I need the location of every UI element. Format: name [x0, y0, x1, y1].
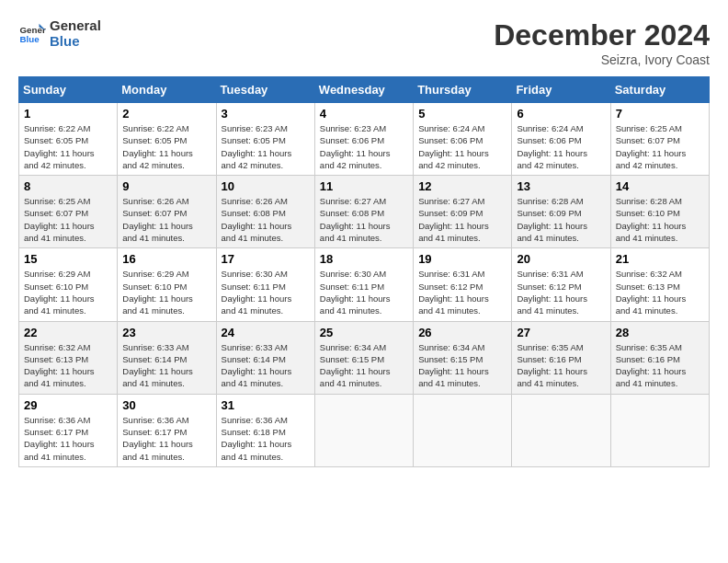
logo-line1: General	[50, 18, 101, 34]
day-info: Sunrise: 6:35 AM Sunset: 6:16 PM Dayligh…	[517, 341, 605, 390]
header-saturday: Saturday	[610, 77, 709, 103]
day-info: Sunrise: 6:24 AM Sunset: 6:06 PM Dayligh…	[418, 122, 506, 171]
day-info: Sunrise: 6:29 AM Sunset: 6:10 PM Dayligh…	[24, 268, 112, 316]
day-number: 19	[418, 252, 506, 266]
day-cell: 31Sunrise: 6:36 AM Sunset: 6:18 PM Dayli…	[216, 394, 314, 466]
day-number: 7	[616, 107, 704, 121]
logo-icon: General Blue	[18, 20, 46, 48]
day-cell: 25Sunrise: 6:34 AM Sunset: 6:15 PM Dayli…	[314, 321, 413, 394]
day-cell: 15Sunrise: 6:29 AM Sunset: 6:10 PM Dayli…	[19, 248, 118, 321]
day-cell: 10Sunrise: 6:26 AM Sunset: 6:08 PM Dayli…	[216, 176, 314, 248]
day-cell: 19Sunrise: 6:31 AM Sunset: 6:12 PM Dayli…	[414, 248, 512, 321]
day-info: Sunrise: 6:23 AM Sunset: 6:06 PM Dayligh…	[320, 122, 408, 171]
day-number: 25	[320, 326, 408, 339]
day-info: Sunrise: 6:30 AM Sunset: 6:11 PM Dayligh…	[320, 268, 408, 316]
day-number: 30	[122, 398, 210, 412]
day-info: Sunrise: 6:22 AM Sunset: 6:05 PM Dayligh…	[122, 122, 210, 171]
day-info: Sunrise: 6:36 AM Sunset: 6:17 PM Dayligh…	[24, 414, 112, 463]
day-cell: 18Sunrise: 6:30 AM Sunset: 6:11 PM Dayli…	[314, 248, 413, 321]
month-title: December 2024	[494, 18, 710, 52]
day-cell: 28Sunrise: 6:35 AM Sunset: 6:16 PM Dayli…	[610, 321, 709, 394]
day-cell: 14Sunrise: 6:28 AM Sunset: 6:10 PM Dayli…	[610, 176, 709, 248]
day-info: Sunrise: 6:30 AM Sunset: 6:11 PM Dayligh…	[222, 268, 310, 316]
day-cell: 6Sunrise: 6:24 AM Sunset: 6:06 PM Daylig…	[512, 103, 610, 176]
day-info: Sunrise: 6:29 AM Sunset: 6:10 PM Dayligh…	[122, 268, 210, 316]
title-section: December 2024 Seizra, Ivory Coast	[494, 18, 710, 67]
day-info: Sunrise: 6:34 AM Sunset: 6:15 PM Dayligh…	[418, 341, 506, 390]
logo: General Blue General Blue	[18, 18, 101, 49]
day-info: Sunrise: 6:25 AM Sunset: 6:07 PM Dayligh…	[616, 122, 704, 171]
week-row-3: 15Sunrise: 6:29 AM Sunset: 6:10 PM Dayli…	[19, 248, 710, 321]
day-cell	[414, 394, 512, 466]
day-cell: 20Sunrise: 6:31 AM Sunset: 6:12 PM Dayli…	[512, 248, 610, 321]
day-cell: 1Sunrise: 6:22 AM Sunset: 6:05 PM Daylig…	[19, 103, 118, 176]
day-cell: 8Sunrise: 6:25 AM Sunset: 6:07 PM Daylig…	[19, 176, 118, 248]
day-info: Sunrise: 6:25 AM Sunset: 6:07 PM Dayligh…	[24, 195, 112, 244]
header-monday: Monday	[118, 77, 216, 103]
day-number: 12	[418, 179, 506, 193]
day-cell: 24Sunrise: 6:33 AM Sunset: 6:14 PM Dayli…	[216, 321, 314, 394]
day-number: 1	[24, 107, 112, 121]
day-info: Sunrise: 6:26 AM Sunset: 6:08 PM Dayligh…	[222, 195, 310, 244]
day-number: 23	[122, 326, 210, 339]
day-cell	[610, 394, 709, 466]
day-number: 14	[616, 179, 704, 193]
day-number: 11	[320, 179, 408, 193]
day-number: 6	[517, 107, 605, 121]
day-number: 13	[517, 179, 605, 193]
day-number: 10	[222, 179, 310, 193]
day-number: 16	[122, 252, 210, 266]
calendar-table: SundayMondayTuesdayWednesdayThursdayFrid…	[18, 76, 710, 467]
day-number: 18	[320, 252, 408, 266]
day-number: 26	[418, 326, 506, 339]
day-number: 24	[222, 326, 310, 339]
day-cell: 4Sunrise: 6:23 AM Sunset: 6:06 PM Daylig…	[314, 103, 413, 176]
header-wednesday: Wednesday	[314, 77, 413, 103]
header-friday: Friday	[512, 77, 610, 103]
day-number: 2	[122, 107, 210, 121]
day-cell: 17Sunrise: 6:30 AM Sunset: 6:11 PM Dayli…	[216, 248, 314, 321]
day-info: Sunrise: 6:36 AM Sunset: 6:18 PM Dayligh…	[222, 414, 310, 463]
day-cell: 11Sunrise: 6:27 AM Sunset: 6:08 PM Dayli…	[314, 176, 413, 248]
day-info: Sunrise: 6:28 AM Sunset: 6:10 PM Dayligh…	[616, 195, 704, 244]
day-number: 5	[418, 107, 506, 121]
day-info: Sunrise: 6:26 AM Sunset: 6:07 PM Dayligh…	[122, 195, 210, 244]
day-cell	[512, 394, 610, 466]
day-info: Sunrise: 6:33 AM Sunset: 6:14 PM Dayligh…	[122, 341, 210, 390]
header: General Blue General Blue December 2024 …	[18, 18, 710, 67]
day-info: Sunrise: 6:28 AM Sunset: 6:09 PM Dayligh…	[517, 195, 605, 244]
day-cell: 2Sunrise: 6:22 AM Sunset: 6:05 PM Daylig…	[118, 103, 216, 176]
day-info: Sunrise: 6:27 AM Sunset: 6:09 PM Dayligh…	[418, 195, 506, 244]
day-info: Sunrise: 6:23 AM Sunset: 6:05 PM Dayligh…	[222, 122, 310, 171]
svg-text:General: General	[20, 24, 47, 34]
day-cell: 7Sunrise: 6:25 AM Sunset: 6:07 PM Daylig…	[610, 103, 709, 176]
week-row-5: 29Sunrise: 6:36 AM Sunset: 6:17 PM Dayli…	[19, 394, 710, 466]
day-info: Sunrise: 6:32 AM Sunset: 6:13 PM Dayligh…	[24, 341, 112, 390]
day-info: Sunrise: 6:32 AM Sunset: 6:13 PM Dayligh…	[616, 268, 704, 316]
day-number: 3	[222, 107, 310, 121]
day-cell: 21Sunrise: 6:32 AM Sunset: 6:13 PM Dayli…	[610, 248, 709, 321]
week-row-4: 22Sunrise: 6:32 AM Sunset: 6:13 PM Dayli…	[19, 321, 710, 394]
day-number: 27	[517, 326, 605, 339]
day-number: 20	[517, 252, 605, 266]
day-info: Sunrise: 6:34 AM Sunset: 6:15 PM Dayligh…	[320, 341, 408, 390]
day-cell: 16Sunrise: 6:29 AM Sunset: 6:10 PM Dayli…	[118, 248, 216, 321]
day-info: Sunrise: 6:36 AM Sunset: 6:17 PM Dayligh…	[122, 414, 210, 463]
day-number: 9	[122, 179, 210, 193]
day-number: 31	[222, 398, 310, 412]
day-info: Sunrise: 6:22 AM Sunset: 6:05 PM Dayligh…	[24, 122, 112, 171]
day-info: Sunrise: 6:31 AM Sunset: 6:12 PM Dayligh…	[517, 268, 605, 316]
day-cell: 9Sunrise: 6:26 AM Sunset: 6:07 PM Daylig…	[118, 176, 216, 248]
day-number: 21	[616, 252, 704, 266]
day-cell: 3Sunrise: 6:23 AM Sunset: 6:05 PM Daylig…	[216, 103, 314, 176]
day-number: 29	[24, 398, 112, 412]
day-number: 8	[24, 179, 112, 193]
day-cell: 29Sunrise: 6:36 AM Sunset: 6:17 PM Dayli…	[19, 394, 118, 466]
week-row-1: 1Sunrise: 6:22 AM Sunset: 6:05 PM Daylig…	[19, 103, 710, 176]
day-cell: 22Sunrise: 6:32 AM Sunset: 6:13 PM Dayli…	[19, 321, 118, 394]
header-sunday: Sunday	[19, 77, 118, 103]
day-info: Sunrise: 6:31 AM Sunset: 6:12 PM Dayligh…	[418, 268, 506, 316]
day-info: Sunrise: 6:27 AM Sunset: 6:08 PM Dayligh…	[320, 195, 408, 244]
day-cell	[314, 394, 413, 466]
day-number: 17	[222, 252, 310, 266]
